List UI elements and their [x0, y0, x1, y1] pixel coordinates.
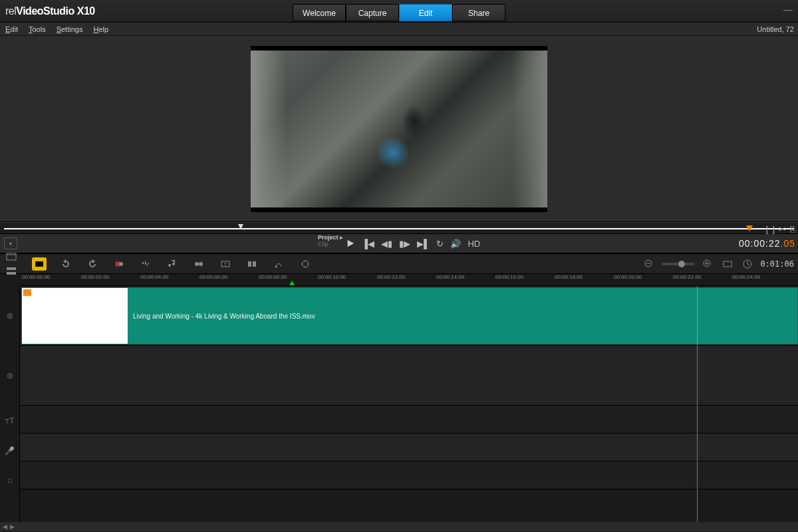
title-track[interactable]: [20, 406, 798, 434]
timecode-display[interactable]: 00:00:22.05: [739, 238, 795, 249]
scrubber-track[interactable]: [4, 228, 794, 229]
play-button[interactable]: [346, 239, 355, 248]
pan-zoom-button[interactable]: [298, 257, 313, 271]
svg-rect-12: [253, 261, 256, 267]
app-logo: relVideoStudio X10: [5, 5, 95, 17]
svg-rect-3: [7, 272, 16, 275]
svg-rect-20: [724, 261, 732, 267]
storyboard-view-button[interactable]: [4, 250, 19, 263]
hd-toggle[interactable]: HD: [467, 239, 480, 249]
tab-welcome[interactable]: Welcome: [293, 4, 346, 21]
fit-project-button[interactable]: [720, 257, 735, 271]
audio-icon: [23, 289, 31, 296]
view-mode-group: [4, 250, 20, 278]
timeline-tracks: ⊛ ⊛ ᴛT 🎤 ♫ Living and Working - 4k Livin…: [0, 286, 798, 522]
voice-track-icon[interactable]: 🎤: [0, 436, 19, 466]
project-title: Untitled, 72: [757, 25, 794, 33]
playback-mode-label[interactable]: Project ▸ Clip: [318, 234, 343, 247]
end-button[interactable]: ▶▌: [417, 239, 430, 249]
menu-tools[interactable]: Tools: [29, 25, 46, 33]
auto-music-button[interactable]: [165, 257, 180, 271]
zoom-slider[interactable]: [662, 263, 695, 265]
timeline-ruler[interactable]: 00:00:00.00 00:00:02.00 00:00:04.00 00:0…: [20, 274, 798, 286]
multicam-button[interactable]: [192, 257, 206, 271]
redo-button[interactable]: [85, 257, 100, 271]
preview-video: [251, 51, 547, 207]
preview-frame[interactable]: [251, 46, 547, 212]
clip-thumbnail: [22, 288, 128, 344]
playhead-line[interactable]: [697, 286, 698, 522]
svg-point-6: [119, 262, 123, 266]
tab-edit[interactable]: Edit: [399, 4, 452, 21]
ruler-tick: 00:00:14.00: [436, 274, 464, 280]
zoom-out-button[interactable]: [642, 257, 656, 271]
subtitle-button[interactable]: T: [218, 257, 233, 271]
project-duration-icon: [740, 257, 755, 271]
video-clip[interactable]: Living and Working - 4k Living & Working…: [21, 287, 798, 344]
voice-track[interactable]: [20, 434, 798, 462]
playhead-marker[interactable]: [289, 281, 295, 285]
volume-button[interactable]: 🔊: [450, 239, 461, 249]
sound-mixer-button[interactable]: [138, 257, 153, 271]
menu-help[interactable]: Help: [93, 25, 108, 33]
project-duration: 0:01:06: [760, 259, 794, 269]
preview-panel: [0, 36, 798, 222]
tab-share[interactable]: Share: [452, 4, 505, 21]
music-track[interactable]: [20, 462, 798, 489]
video-track-2[interactable]: [20, 346, 798, 406]
transport-controls: ▐◀ ◀▮ ▮▶ ▶▌ ↻ 🔊 HD: [346, 239, 480, 249]
next-frame-button[interactable]: ▮▶: [399, 239, 410, 249]
music-track-icon[interactable]: ♫: [0, 466, 19, 495]
mark-out-handle[interactable]: [746, 225, 753, 231]
preview-scrubber[interactable]: [ ] ✂ ⎘: [0, 222, 798, 234]
motion-track-button[interactable]: [271, 257, 286, 271]
repeat-button[interactable]: ↻: [436, 239, 444, 249]
ruler-tick: 00:00:00.00: [22, 274, 50, 280]
home-button[interactable]: ▐◀: [362, 239, 374, 249]
ruler-tick: 00:00:04.00: [140, 274, 168, 280]
preview-mode-dropdown[interactable]: ▾: [4, 237, 17, 249]
scroll-right-icon[interactable]: ▶: [10, 523, 15, 530]
video-track-2-icon[interactable]: ⊛: [0, 346, 19, 406]
menu-settings[interactable]: Settings: [57, 25, 83, 33]
prev-frame-button[interactable]: ◀▮: [381, 239, 392, 249]
video-track-1-icon[interactable]: ⊛: [0, 286, 19, 346]
selection-tool[interactable]: [32, 257, 47, 271]
horizontal-scrollbar[interactable]: ◀ ▶: [0, 522, 798, 531]
mark-in-handle[interactable]: [238, 224, 243, 229]
track-header-column: ⊛ ⊛ ᴛT 🎤 ♫: [0, 286, 20, 522]
tab-capture[interactable]: Capture: [346, 4, 399, 21]
track-lanes[interactable]: Living and Working - 4k Living & Working…: [20, 286, 798, 522]
mark-out-button[interactable]: ]: [772, 224, 775, 234]
scroll-left-icon[interactable]: ◀: [3, 523, 7, 530]
video-track-1[interactable]: Living and Working - 4k Living & Working…: [20, 286, 798, 346]
ruler-tick: 00:00:16.00: [495, 274, 523, 280]
timeline-view-button[interactable]: [4, 265, 19, 278]
ruler-tick: 00:00:10.00: [318, 274, 346, 280]
ruler-tick: 00:00:18.00: [555, 274, 583, 280]
trim-tools: [ ] ✂ ⎘: [766, 223, 795, 235]
ruler-tick: 00:00:06.00: [200, 274, 227, 280]
svg-point-8: [199, 262, 203, 266]
multitrim-button[interactable]: [245, 257, 259, 271]
ruler-tick: 00:00:20.00: [614, 274, 642, 280]
menu-edit[interactable]: Edit: [5, 25, 18, 33]
mark-in-button[interactable]: [: [766, 224, 769, 234]
minimize-button[interactable]: —: [783, 4, 793, 15]
ruler-tick: 00:00:08.00: [259, 274, 287, 280]
split-clip-button[interactable]: ✂: [779, 224, 786, 234]
ruler-tick: 00:00:02.00: [81, 274, 109, 280]
record-button[interactable]: [112, 257, 126, 271]
undo-button[interactable]: [59, 257, 73, 271]
title-track-icon[interactable]: ᴛT: [0, 406, 19, 436]
transport-bar: ▾ Project ▸ Clip ▐◀ ◀▮ ▮▶ ▶▌ ↻ 🔊 HD 00:0…: [0, 234, 798, 254]
snapshot-button[interactable]: ⎘: [790, 224, 795, 234]
svg-text:T: T: [224, 262, 227, 267]
zoom-in-button[interactable]: [700, 257, 715, 271]
svg-point-13: [275, 265, 277, 267]
main-tab-bar: Welcome Capture Edit Share: [293, 4, 505, 21]
ruler-tick: 00:00:22.00: [673, 274, 701, 280]
ruler-tick: 00:00:24.00: [732, 274, 760, 280]
ruler-tick: 00:00:12.00: [377, 274, 405, 280]
svg-point-7: [195, 262, 199, 266]
